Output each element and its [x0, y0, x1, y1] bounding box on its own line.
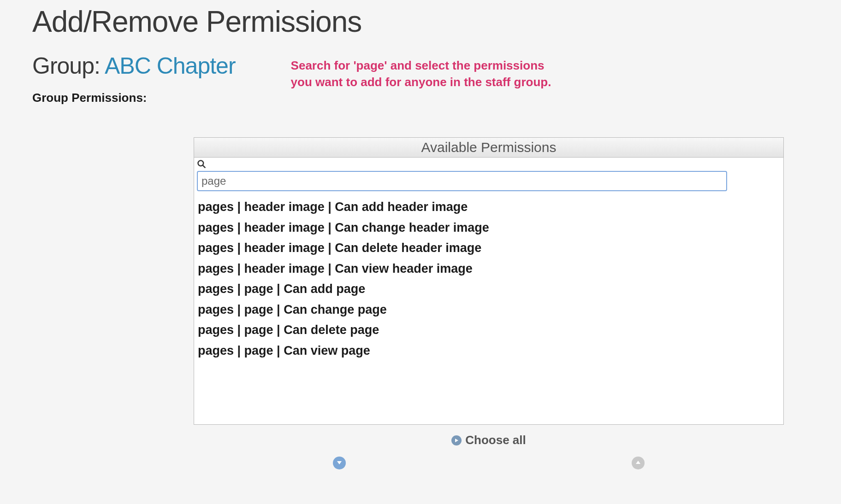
page-title: Add/Remove Permissions — [32, 5, 809, 39]
permissions-widget: Available Permissions pages | header ima… — [194, 137, 784, 469]
arrow-up-icon — [635, 459, 641, 467]
choose-all-button[interactable]: Choose all — [194, 425, 784, 452]
permission-item[interactable]: pages | header image | Can change header… — [198, 217, 780, 238]
permissions-list[interactable]: pages | header image | Can add header im… — [194, 194, 783, 424]
group-name-link[interactable]: ABC Chapter — [105, 53, 236, 79]
permission-item[interactable]: pages | header image | Can view header i… — [198, 258, 780, 279]
instruction-text: Search for 'page' and select the permiss… — [291, 57, 558, 91]
permission-item[interactable]: pages | page | Can view page — [198, 340, 780, 361]
permission-item[interactable]: pages | page | Can change page — [198, 299, 780, 320]
permission-item[interactable]: pages | page | Can add page — [198, 279, 780, 299]
svg-marker-2 — [455, 439, 458, 442]
arrow-down-icon — [336, 459, 343, 467]
play-icon — [451, 435, 462, 445]
panel-header: Available Permissions — [194, 138, 783, 158]
svg-marker-4 — [636, 461, 640, 464]
group-label: Group: — [32, 53, 105, 79]
move-up-button[interactable] — [632, 457, 645, 469]
search-icon — [194, 158, 783, 171]
choose-all-label: Choose all — [465, 433, 526, 447]
permission-item[interactable]: pages | header image | Can delete header… — [198, 238, 780, 258]
svg-marker-3 — [337, 461, 342, 464]
permission-item[interactable]: pages | page | Can delete page — [198, 320, 780, 340]
available-permissions-panel: Available Permissions pages | header ima… — [194, 137, 784, 425]
group-heading: Group: ABC Chapter — [32, 53, 236, 79]
svg-point-0 — [198, 161, 204, 166]
search-input[interactable] — [197, 171, 727, 191]
move-down-button[interactable] — [333, 457, 346, 469]
svg-line-1 — [203, 165, 206, 168]
permission-item[interactable]: pages | header image | Can add header im… — [198, 197, 780, 217]
group-permissions-label: Group Permissions: — [32, 91, 236, 105]
